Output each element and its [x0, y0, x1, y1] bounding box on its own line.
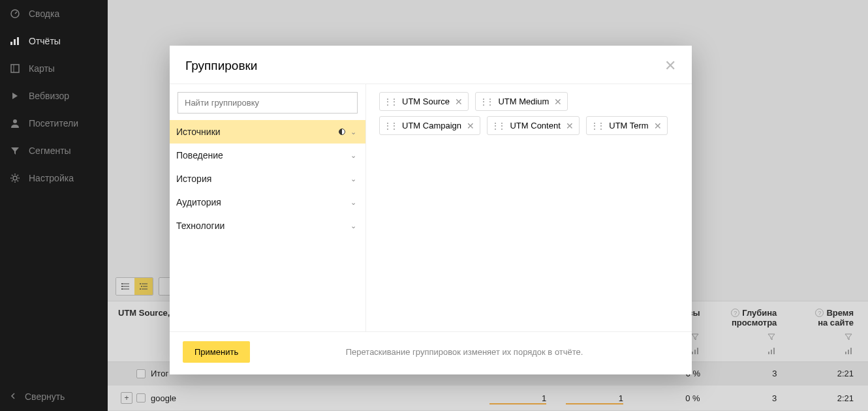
chevron-down-icon: ⌄ — [350, 198, 356, 207]
grouping-tag[interactable]: ⋮⋮UTM Source✕ — [379, 92, 469, 111]
chevron-down-icon: ⌄ — [350, 151, 356, 160]
category-panel: Источники ⌄ Поведение ⌄ История ⌄ Аудито… — [170, 84, 365, 331]
modal-footer: Применить Перетаскивание группировок изм… — [170, 331, 692, 374]
apply-button[interactable]: Применить — [183, 341, 250, 363]
category-sources[interactable]: Источники ⌄ — [170, 120, 365, 144]
chevron-down-icon: ⌄ — [350, 128, 356, 136]
chevron-down-icon: ⌄ — [350, 222, 356, 230]
partial-indicator-icon — [339, 129, 345, 135]
footer-hint: Перетаскивание группировок изменяет их п… — [250, 347, 679, 357]
grouping-tag[interactable]: ⋮⋮UTM Campaign✕ — [379, 116, 480, 135]
category-behavior[interactable]: Поведение ⌄ — [170, 144, 365, 167]
grouping-tag[interactable]: ⋮⋮UTM Content✕ — [487, 116, 579, 135]
search-input[interactable] — [178, 92, 358, 114]
close-icon[interactable]: ✕ — [664, 59, 676, 73]
remove-tag-icon[interactable]: ✕ — [566, 121, 574, 130]
drag-handle-icon[interactable]: ⋮⋮ — [491, 121, 504, 130]
modal-header: Группировки ✕ — [170, 46, 692, 84]
drag-handle-icon[interactable]: ⋮⋮ — [384, 121, 397, 130]
grouping-tag[interactable]: ⋮⋮UTM Term✕ — [586, 116, 667, 135]
drag-handle-icon[interactable]: ⋮⋮ — [480, 97, 493, 106]
modal-title: Группировки — [185, 59, 257, 73]
groupings-modal: Группировки ✕ Источники ⌄ Поведение ⌄ Ис… — [170, 46, 692, 374]
chevron-down-icon: ⌄ — [350, 175, 356, 183]
drag-handle-icon[interactable]: ⋮⋮ — [384, 97, 397, 106]
remove-tag-icon[interactable]: ✕ — [554, 97, 562, 106]
remove-tag-icon[interactable]: ✕ — [455, 97, 463, 106]
grouping-tag[interactable]: ⋮⋮UTM Medium✕ — [475, 92, 568, 111]
drag-handle-icon[interactable]: ⋮⋮ — [591, 121, 604, 130]
category-history[interactable]: История ⌄ — [170, 167, 365, 190]
selected-groupings: ⋮⋮UTM Source✕ ⋮⋮UTM Medium✕ ⋮⋮UTM Campai… — [365, 84, 692, 331]
remove-tag-icon[interactable]: ✕ — [467, 121, 474, 130]
category-audience[interactable]: Аудитория ⌄ — [170, 190, 365, 214]
remove-tag-icon[interactable]: ✕ — [654, 121, 662, 130]
category-technology[interactable]: Технологии ⌄ — [170, 214, 365, 237]
